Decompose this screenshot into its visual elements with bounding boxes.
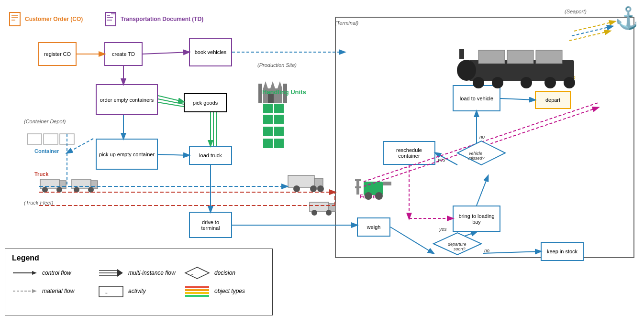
td-area: Transportation Document (TD) bbox=[104, 12, 203, 27]
diagram-area: (Terminal) Customer Order (CO) Transport… bbox=[0, 0, 644, 325]
container-depot-label: (Container Depot) bbox=[24, 119, 66, 124]
svg-marker-15 bbox=[270, 81, 275, 88]
svg-rect-4 bbox=[105, 12, 116, 26]
svg-point-30 bbox=[473, 77, 484, 88]
svg-point-59 bbox=[317, 185, 324, 192]
svg-text:⚓: ⚓ bbox=[615, 5, 636, 30]
svg-point-58 bbox=[310, 185, 317, 192]
svg-rect-46 bbox=[383, 182, 391, 185]
truck-icon-1 bbox=[39, 177, 68, 194]
svg-point-53 bbox=[74, 187, 79, 193]
svg-rect-38 bbox=[536, 50, 562, 64]
svg-point-32 bbox=[521, 77, 532, 88]
svg-rect-42 bbox=[355, 179, 361, 181]
customer-order-icon bbox=[9, 12, 22, 27]
load-truck-box: load truck bbox=[189, 146, 232, 165]
container-label: Container bbox=[34, 148, 59, 154]
svg-point-63 bbox=[326, 210, 332, 216]
truck-icon-loaded bbox=[287, 174, 325, 194]
pick-goods-box: pick goods bbox=[184, 93, 227, 112]
svg-text:...: ... bbox=[105, 289, 109, 294]
svg-line-65 bbox=[143, 52, 189, 54]
svg-line-71 bbox=[158, 154, 189, 155]
svg-rect-18 bbox=[258, 84, 262, 103]
train-icon bbox=[431, 45, 584, 93]
svg-rect-118 bbox=[99, 286, 123, 297]
legend: Legend control flow multi-instance flow bbox=[5, 249, 273, 315]
svg-point-57 bbox=[293, 185, 300, 192]
svg-point-50 bbox=[56, 187, 62, 193]
legend-decision: ... decision bbox=[184, 266, 266, 280]
legend-grid: control flow multi-instance flow ... de bbox=[12, 266, 266, 298]
svg-line-68 bbox=[158, 96, 184, 102]
svg-rect-25 bbox=[274, 127, 284, 136]
svg-point-45 bbox=[375, 192, 383, 200]
legend-object-types: object types bbox=[184, 284, 266, 298]
svg-rect-51 bbox=[72, 179, 91, 189]
svg-rect-9 bbox=[27, 134, 42, 144]
handling-units-icons bbox=[262, 103, 291, 151]
legend-activity: ... activity bbox=[98, 284, 179, 298]
svg-rect-43 bbox=[355, 186, 361, 188]
svg-rect-22 bbox=[263, 115, 273, 124]
svg-marker-109 bbox=[32, 271, 37, 275]
multi-flow-arrow bbox=[98, 268, 124, 278]
svg-rect-36 bbox=[478, 50, 505, 64]
material-flow-arrow bbox=[12, 288, 38, 294]
svg-line-69 bbox=[158, 99, 184, 104]
svg-point-33 bbox=[544, 77, 556, 88]
svg-point-31 bbox=[492, 77, 503, 88]
terminal-label: (Terminal) bbox=[335, 20, 358, 26]
handling-units-label: Handling Units bbox=[262, 88, 306, 96]
drive-to-terminal-box: drive to terminal bbox=[189, 212, 232, 238]
svg-point-35 bbox=[457, 60, 476, 81]
svg-marker-14 bbox=[263, 81, 268, 88]
svg-rect-120 bbox=[185, 286, 209, 288]
td-label: Transportation Document (TD) bbox=[121, 16, 203, 23]
legend-multi-flow: multi-instance flow bbox=[98, 266, 179, 280]
create-td-box: create TD bbox=[104, 42, 143, 66]
anchor-icon: ⚓ bbox=[612, 4, 636, 30]
depart-box: depart bbox=[535, 91, 571, 109]
svg-marker-113 bbox=[117, 269, 123, 277]
container-icons bbox=[26, 131, 84, 151]
seaport-label: (Seaport) bbox=[565, 9, 587, 14]
customer-order-area: Customer Order (CO) bbox=[9, 12, 83, 27]
activity-box: ... bbox=[98, 284, 124, 298]
keep-in-stock-box: keep in stock bbox=[541, 242, 584, 261]
decision-diamond: ... bbox=[184, 266, 211, 280]
svg-rect-55 bbox=[288, 175, 314, 187]
order-empty-containers-box: order empty containers bbox=[96, 84, 158, 115]
production-site-label: (Production Site) bbox=[257, 62, 297, 68]
svg-marker-16 bbox=[278, 81, 282, 88]
truck-icon-return bbox=[309, 200, 337, 217]
legend-material-flow: material flow bbox=[12, 284, 93, 298]
svg-rect-21 bbox=[274, 104, 284, 113]
object-types-bars bbox=[184, 284, 211, 298]
svg-rect-121 bbox=[185, 289, 209, 291]
svg-point-54 bbox=[88, 187, 94, 193]
reschedule-container-box: reschedule container bbox=[383, 141, 435, 165]
svg-rect-123 bbox=[185, 295, 209, 297]
customer-order-label: Customer Order (CO) bbox=[25, 16, 83, 23]
svg-rect-47 bbox=[40, 179, 59, 189]
svg-line-70 bbox=[158, 102, 184, 107]
pick-up-empty-container-box: pick up empty container bbox=[96, 139, 158, 170]
svg-rect-20 bbox=[263, 104, 273, 113]
svg-rect-26 bbox=[263, 139, 273, 148]
td-icon bbox=[104, 12, 118, 27]
svg-rect-122 bbox=[185, 292, 209, 294]
svg-rect-24 bbox=[263, 127, 273, 136]
svg-point-34 bbox=[564, 77, 575, 88]
truck-icon-2 bbox=[71, 177, 100, 194]
legend-title: Legend bbox=[12, 254, 266, 262]
bring-to-loading-bay-box: bring to loading bay bbox=[453, 206, 500, 232]
svg-rect-0 bbox=[10, 12, 20, 26]
svg-point-62 bbox=[311, 210, 317, 216]
weigh-box: weigh bbox=[357, 217, 390, 237]
svg-marker-117 bbox=[32, 289, 37, 293]
forklift-icon bbox=[354, 172, 392, 201]
svg-rect-10 bbox=[44, 134, 58, 144]
svg-rect-37 bbox=[507, 50, 533, 64]
svg-text:...: ... bbox=[191, 271, 195, 276]
